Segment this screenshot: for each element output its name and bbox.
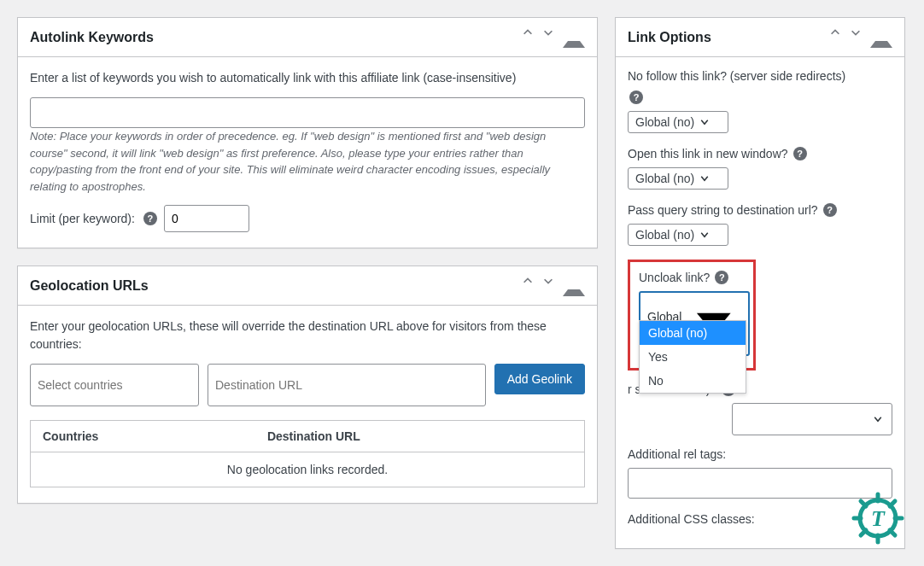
destination-url-input[interactable] bbox=[208, 364, 486, 406]
help-icon[interactable]: ? bbox=[793, 147, 807, 160]
autolink-panel: Autolink Keywords Enter a list of keywor… bbox=[17, 17, 598, 248]
nofollow-select[interactable]: Global (no) bbox=[628, 111, 728, 133]
svg-text:T: T bbox=[871, 506, 886, 531]
col-countries: Countries bbox=[31, 421, 255, 452]
redirect-type-select[interactable] bbox=[732, 403, 892, 435]
geolocation-panel: Geolocation URLs Enter your geolocation … bbox=[17, 265, 598, 504]
pass-query-select[interactable]: Global (no) bbox=[628, 224, 728, 246]
chevron-down-icon[interactable] bbox=[850, 26, 862, 48]
new-window-label: Open this link in new window? bbox=[628, 147, 788, 160]
rel-tags-label: Additional rel tags: bbox=[628, 447, 892, 461]
svg-line-6 bbox=[890, 530, 895, 535]
geolocation-empty-message: No geolocation links recorded. bbox=[31, 452, 585, 487]
option-global-no[interactable]: Global (no) bbox=[640, 321, 746, 345]
col-destination-url: Destination URL bbox=[255, 421, 585, 452]
help-icon[interactable]: ? bbox=[629, 90, 643, 104]
option-no[interactable]: No bbox=[640, 369, 746, 393]
chevron-up-icon[interactable] bbox=[829, 26, 841, 48]
limit-label: Limit (per keyword): bbox=[30, 212, 135, 225]
svg-line-7 bbox=[861, 530, 866, 535]
link-options-panel: Link Options No follow this link? (serve… bbox=[615, 17, 905, 549]
chevron-down-icon[interactable] bbox=[542, 275, 554, 296]
geolocation-panel-header: Geolocation URLs bbox=[18, 266, 597, 306]
uncloak-label: Uncloak link? bbox=[639, 271, 710, 284]
help-icon[interactable]: ? bbox=[143, 212, 157, 225]
autolink-title: Autolink Keywords bbox=[30, 30, 154, 45]
svg-line-5 bbox=[861, 501, 866, 506]
add-geolink-button[interactable]: Add Geolink bbox=[494, 364, 585, 394]
uncloak-dropdown: Global (no) Yes No bbox=[639, 320, 746, 394]
geolocation-intro: Enter your geolocation URLs, these will … bbox=[30, 318, 585, 353]
limit-input[interactable] bbox=[164, 205, 249, 232]
collapse-toggle-icon[interactable] bbox=[870, 29, 892, 48]
thirstyaffiliates-logo-icon: T bbox=[851, 491, 905, 546]
autolink-note: Note: Place your keywords in order of pr… bbox=[30, 128, 585, 195]
option-yes[interactable]: Yes bbox=[640, 345, 746, 369]
uncloak-highlight: Uncloak link? ? Global (no) Global (no) … bbox=[628, 260, 756, 371]
new-window-select[interactable]: Global (no) bbox=[628, 167, 728, 190]
nofollow-label: No follow this link? (server side redire… bbox=[628, 69, 845, 83]
help-icon[interactable]: ? bbox=[715, 271, 728, 284]
geolocation-table: Countries Destination URL No geolocation… bbox=[30, 420, 585, 487]
geolocation-title: Geolocation URLs bbox=[30, 278, 149, 294]
pass-query-label: Pass query string to destination url? bbox=[628, 203, 818, 217]
link-options-title: Link Options bbox=[628, 30, 711, 45]
autolink-panel-header: Autolink Keywords bbox=[18, 18, 597, 57]
autolink-keywords-input[interactable] bbox=[30, 97, 585, 128]
link-options-header: Link Options bbox=[616, 18, 904, 57]
select-countries-input[interactable] bbox=[30, 364, 199, 406]
chevron-down-icon[interactable] bbox=[542, 26, 554, 48]
autolink-intro: Enter a list of keywords you wish to aut… bbox=[30, 69, 585, 87]
svg-line-8 bbox=[890, 501, 895, 506]
chevron-up-icon[interactable] bbox=[522, 275, 534, 296]
collapse-toggle-icon[interactable] bbox=[563, 277, 585, 296]
help-icon[interactable]: ? bbox=[823, 203, 837, 217]
chevron-up-icon[interactable] bbox=[522, 26, 534, 48]
collapse-toggle-icon[interactable] bbox=[563, 29, 585, 48]
